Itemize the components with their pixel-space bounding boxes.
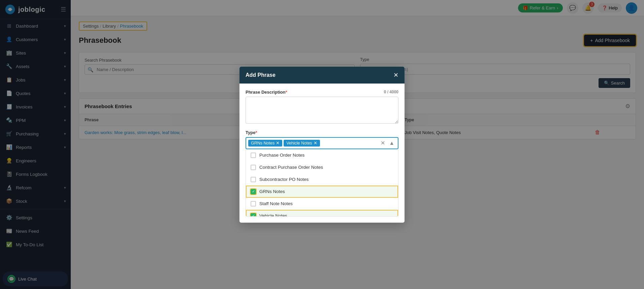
dropdown-item-staff-note-notes[interactable]: Staff Note Notes (246, 198, 398, 210)
modal-overlay[interactable]: Add Phrase ✕ Phrase Description* 0 / 400… (0, 0, 644, 289)
dropdown-item-vehicle-notes[interactable]: ✓ Vehicle Notes (246, 210, 398, 217)
dropdown-label-grns-notes: GRNs Notes (259, 189, 285, 194)
tag-vehicle-notes: Vehicle Notes ✕ (284, 140, 320, 147)
tag-grns-label: GRNs Notes (251, 141, 275, 146)
modal-close-button[interactable]: ✕ (393, 71, 398, 79)
tag-grns-notes: GRNs Notes ✕ (248, 140, 282, 147)
dropdown-toggle-button[interactable]: ▲ (388, 139, 396, 147)
modal-body: Phrase Description* 0 / 4000 Type* GRNs … (239, 84, 405, 223)
checkbox-subcontractor-po-notes (251, 177, 256, 182)
checkbox-contract-purchase-order-notes (251, 165, 256, 170)
dropdown-label-contract-purchase-order-notes: Contract Purchase Order Notes (259, 165, 323, 170)
char-count: 0 / 4000 (384, 90, 398, 94)
type-tags-wrap[interactable]: GRNs Notes ✕ Vehicle Notes ✕ ✕ ▲ (246, 137, 398, 149)
type-tags-controls: ✕ ▲ (379, 139, 396, 147)
add-phrase-modal: Add Phrase ✕ Phrase Description* 0 / 400… (239, 67, 405, 223)
dropdown-label-vehicle-notes: Vehicle Notes (259, 213, 287, 217)
dropdown-item-subcontractor-po-notes[interactable]: Subcontractor PO Notes (246, 173, 398, 186)
checkbox-grns-notes: ✓ (251, 189, 256, 194)
dropdown-item-grns-notes[interactable]: ✓ GRNs Notes (246, 186, 398, 198)
checkbox-purchase-order-notes (251, 153, 256, 158)
dropdown-label-staff-note-notes: Staff Note Notes (259, 201, 293, 206)
modal-title: Add Phrase (246, 72, 276, 78)
type-dropdown-list: Purchase Order Notes Contract Purchase O… (246, 149, 398, 217)
clear-tags-button[interactable]: ✕ (379, 139, 386, 147)
tag-grns-remove-button[interactable]: ✕ (276, 141, 280, 145)
dropdown-item-purchase-order-notes[interactable]: Purchase Order Notes (246, 149, 398, 161)
tag-vehicle-remove-button[interactable]: ✕ (314, 141, 317, 145)
type-required-asterisk: * (255, 130, 257, 135)
phrase-description-label: Phrase Description* 0 / 4000 (246, 90, 398, 95)
phrase-description-field: Phrase Description* 0 / 4000 (246, 90, 398, 125)
required-asterisk: * (286, 90, 287, 95)
type-search-input[interactable] (321, 140, 378, 146)
type-input-section: Type* GRNs Notes ✕ Vehicle Notes ✕ ✕ ▲ (246, 130, 398, 217)
checkbox-staff-note-notes (251, 201, 256, 206)
dropdown-item-contract-purchase-order-notes[interactable]: Contract Purchase Order Notes (246, 161, 398, 173)
phrase-description-input[interactable] (246, 97, 398, 124)
dropdown-label-purchase-order-notes: Purchase Order Notes (259, 153, 304, 158)
checkbox-vehicle-notes: ✓ (251, 213, 256, 217)
dropdown-label-subcontractor-po-notes: Subcontractor PO Notes (259, 177, 309, 182)
type-field-label: Type* (246, 130, 398, 135)
tag-vehicle-label: Vehicle Notes (286, 141, 312, 146)
modal-header: Add Phrase ✕ (239, 67, 405, 84)
